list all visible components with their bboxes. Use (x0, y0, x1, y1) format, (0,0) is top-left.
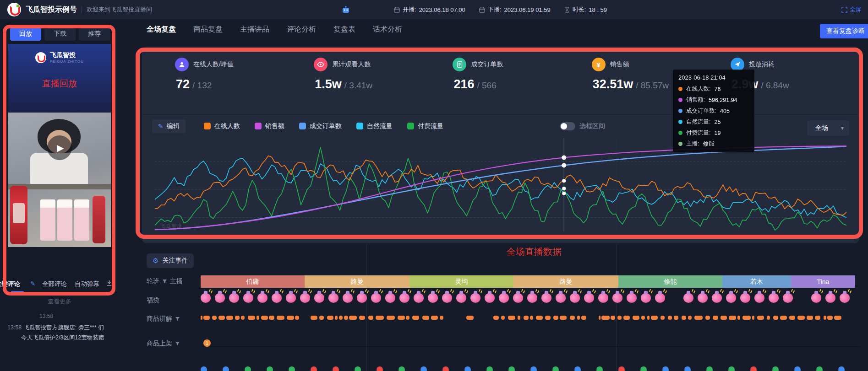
replay-tab-推荐[interactable]: 推荐 (79, 27, 110, 41)
tab-商品复盘[interactable]: 商品复盘 (193, 22, 223, 37)
explain-mark (721, 316, 727, 320)
tab-auto-danmu[interactable]: 自动弹幕 (75, 280, 99, 288)
anchor-shift-bar: 伯庸路曼灵均路曼修能若木Tina (201, 275, 855, 288)
event-dot (750, 366, 757, 371)
lucky-bag-icon (513, 293, 523, 303)
tab-评论分析[interactable]: 评论分析 (287, 22, 316, 37)
comment-tabs: 关键评论 ✎ 全部评论 自动弹幕 (0, 280, 119, 291)
event-dot (618, 366, 625, 371)
legend-item-付费流量[interactable]: 付费流量 (407, 122, 443, 130)
scope-select[interactable]: 全场 ▾ (807, 120, 849, 136)
calendar-icon (394, 7, 400, 13)
explain-mark (705, 316, 710, 320)
explain-mark (368, 316, 373, 320)
lucky-bag-icon (300, 293, 310, 303)
robot-icon[interactable] (341, 5, 351, 15)
tab-key-comments[interactable]: 关键评论 (0, 280, 20, 288)
filter-icon[interactable] (175, 317, 180, 322)
explain-mark (530, 316, 533, 320)
legend-item-销售额[interactable]: 销售额 (255, 122, 284, 130)
shift-segment-路曼: 路曼 (305, 275, 409, 288)
event-dot (399, 366, 405, 371)
explain-mark (248, 316, 255, 320)
yuan-icon: ¥ (592, 58, 606, 71)
replay-tab-下载[interactable]: 下载 (44, 27, 76, 41)
explain-mark (623, 316, 630, 320)
explain-mark (577, 316, 580, 320)
explain-mark (269, 316, 274, 320)
event-dot (355, 366, 361, 371)
legend-item-在线人数[interactable]: 在线人数 (204, 122, 240, 130)
event-dot (377, 366, 383, 371)
explain-mark (295, 316, 299, 320)
download-icon[interactable] (106, 280, 112, 286)
lucky-bag-icon (683, 293, 693, 303)
explain-mark (767, 316, 770, 320)
video-brand-sub: FEIGUA ZHITOU (50, 59, 84, 64)
tab-复盘表[interactable]: 复盘表 (333, 22, 355, 37)
view-more-link[interactable]: 查看更多 (0, 297, 119, 306)
lucky-bag-icon (499, 293, 509, 303)
product-pin-badge[interactable]: 1 (203, 339, 211, 347)
lucky-bag-icon (527, 293, 537, 303)
tooltip-row: 在线人数:76 (678, 85, 749, 93)
video-player: 飞瓜智投 FEIGUA ZHITOU 直播回放 ▶ (8, 44, 111, 247)
event-dot (552, 366, 559, 371)
lucky-bag-icon (754, 293, 764, 303)
filter-icon[interactable] (175, 341, 180, 346)
follow-events-button[interactable]: ⚙ 关注事件 (147, 253, 194, 268)
play-button[interactable]: ▶ (47, 135, 72, 160)
pencil-icon[interactable]: ✎ (30, 280, 35, 287)
stat-card-在线人数/峰值: 在线人数/峰值72/ 132 (156, 58, 295, 91)
explain-mark (815, 316, 820, 320)
range-toggle-switch[interactable] (560, 122, 575, 130)
lucky-bag-icon (328, 293, 338, 303)
tab-主播讲品[interactable]: 主播讲品 (240, 22, 269, 37)
pencil-icon: ✎ (158, 123, 164, 130)
edit-metrics-button[interactable]: ✎ 编辑 (152, 119, 186, 133)
explain-mark (212, 316, 217, 320)
legend-item-成交订单数[interactable]: 成交订单数 (299, 122, 342, 130)
stat-value: 32.51w (593, 77, 633, 91)
filter-icon[interactable] (162, 279, 167, 284)
lucky-bag-row-label: 福袋 (147, 296, 159, 305)
stat-label: 投放消耗 (749, 60, 775, 69)
event-dot (530, 366, 537, 371)
lucky-bag-icon (343, 293, 353, 303)
hourglass-icon (564, 7, 570, 13)
comment-line: 13:58飞瓜智投官方旗舰店: @三*** 们 (7, 324, 104, 332)
fullscreen-button[interactable]: 全屏 (841, 0, 862, 19)
explain-mark (339, 316, 343, 320)
explain-mark (611, 316, 615, 320)
explain-mark (431, 316, 437, 320)
explain-mark (398, 316, 404, 320)
lucky-bag-icon (570, 293, 580, 303)
tab-话术分析[interactable]: 话术分析 (373, 22, 402, 37)
event-dot (684, 366, 691, 371)
explain-mark (729, 316, 736, 320)
explain-mark (651, 316, 658, 320)
video-brand: 飞瓜智投 (50, 51, 84, 59)
chart-tooltip: 2023-06-18 21:04 在线人数:76销售额:596,291.94成交… (673, 70, 754, 152)
explain-mark (674, 316, 678, 320)
replay-tab-回放[interactable]: 回放 (10, 27, 41, 41)
explain-mark (737, 316, 740, 320)
tab-全场复盘[interactable]: 全场复盘 (147, 22, 176, 37)
lucky-bag-icon (470, 293, 480, 303)
calendar-icon (479, 7, 485, 13)
product-explain-row (201, 316, 860, 320)
explain-mark (797, 316, 805, 320)
duration: 时长:18 : 59 (564, 5, 607, 14)
legend-item-自然流量[interactable]: 自然流量 (356, 122, 393, 130)
explain-mark (647, 316, 650, 320)
tab-all-comments[interactable]: 全部评论 (42, 280, 67, 288)
eye-icon (314, 58, 328, 71)
lucky-bag-icon (371, 293, 381, 303)
event-dot (508, 366, 515, 371)
event-dot (289, 366, 295, 371)
view-diagnosis-button[interactable]: 查看复盘诊断 (820, 24, 868, 38)
stat-value: 216 (453, 77, 474, 91)
lucky-bag-icon (385, 293, 395, 303)
stat-label: 在线人数/峰值 (193, 60, 234, 69)
sidebar: 回放下载推荐 飞瓜智投 FEIGUA ZHITOU 直播回放 (0, 19, 119, 371)
